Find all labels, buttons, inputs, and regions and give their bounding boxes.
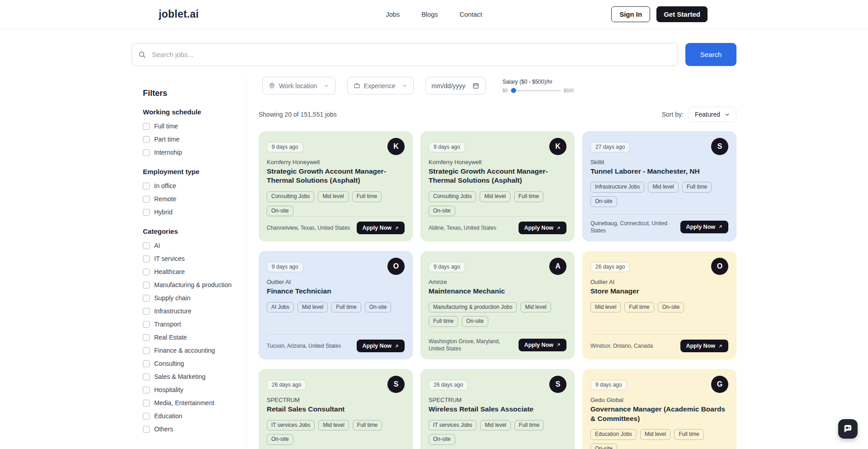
filter-option-infrastructure[interactable]: Infrastructure	[143, 307, 246, 315]
filter-option-supply-chain[interactable]: Supply chain	[143, 294, 246, 302]
checkbox-consulting[interactable]	[143, 360, 150, 367]
apply-now-button[interactable]: Apply Now	[357, 340, 405, 352]
apply-now-button[interactable]: Apply Now	[519, 339, 566, 351]
apply-now-button[interactable]: Apply Now	[519, 222, 566, 234]
checkbox-supply-chain[interactable]	[143, 295, 150, 302]
tag-row: Consulting JobsMid levelFull timeOn-site	[429, 191, 566, 216]
checkbox-full-time[interactable]	[143, 123, 150, 130]
tag-mid-level: Mid level	[297, 302, 328, 313]
checkbox-remote[interactable]	[143, 196, 150, 203]
checkbox-part-time[interactable]	[143, 136, 150, 143]
job-card: 27 days agoSSkillitTunnel Laborer - Manc…	[582, 131, 736, 241]
nav-blogs[interactable]: Blogs	[421, 11, 438, 18]
apply-now-button[interactable]: Apply Now	[680, 340, 728, 352]
filter-group-categories: CategoriesAIIT servicesHealthcareManufac…	[143, 227, 246, 433]
apply-now-button[interactable]: Apply Now	[357, 222, 405, 234]
filter-option-label: Full time	[154, 123, 178, 130]
filter-group-title: Employment type	[143, 168, 246, 175]
tag-mid-level: Mid level	[520, 302, 551, 313]
external-link-icon	[394, 226, 399, 231]
checkbox-healthcare[interactable]	[143, 269, 150, 275]
experience-select[interactable]: Experience	[347, 77, 414, 95]
filter-option-transport[interactable]: Transport	[143, 321, 246, 328]
tag-it-services-jobs: IT services Jobs	[429, 420, 476, 431]
search-button[interactable]: Search	[685, 43, 736, 66]
company-avatar: K	[387, 138, 405, 155]
filter-option-part-time[interactable]: Part time	[143, 136, 246, 143]
filter-option-others[interactable]: Others	[143, 425, 246, 433]
filter-option-real-estate[interactable]: Real Estate	[143, 334, 246, 341]
checkbox-media-entertainment[interactable]	[143, 400, 150, 406]
checkbox-real-estate[interactable]	[143, 334, 150, 341]
filter-option-education[interactable]: Education	[143, 412, 246, 420]
tag-on-site: On-site	[267, 434, 293, 445]
nav-contact[interactable]: Contact	[459, 11, 482, 18]
filter-option-ai[interactable]: AI	[143, 242, 246, 249]
sign-in-button[interactable]: Sign In	[611, 6, 650, 22]
checkbox-others[interactable]	[143, 426, 150, 433]
checkbox-infrastructure[interactable]	[143, 308, 150, 315]
checkbox-finance-accounting[interactable]	[143, 347, 150, 354]
company-name: Kornferry Honeywell	[429, 159, 566, 165]
tag-row: Education JobsMid levelFull timeOn-site	[590, 429, 728, 449]
card-foot: Windsor, Ontario, CanadaApply Now	[590, 334, 728, 352]
search-input[interactable]	[132, 43, 678, 66]
posted-badge: 26 days ago	[267, 380, 306, 390]
checkbox-manufacturing-production[interactable]	[143, 282, 150, 288]
filter-option-hospitality[interactable]: Hospitality	[143, 386, 246, 393]
filters-title: Filters	[143, 89, 246, 98]
salary-slider-handle[interactable]	[511, 88, 516, 93]
checkbox-sales-marketing[interactable]	[143, 373, 150, 380]
filter-option-finance-accounting[interactable]: Finance & accounting	[143, 347, 246, 354]
filter-option-manufacturing-production[interactable]: Manufacturing & production	[143, 281, 246, 288]
filter-option-full-time[interactable]: Full time	[143, 123, 246, 130]
sort-select[interactable]: Featured	[689, 107, 736, 122]
tag-row: Mid levelFull timeOn-site	[590, 302, 728, 313]
logo[interactable]: joblet.ai	[159, 8, 199, 20]
checkbox-transport[interactable]	[143, 321, 150, 328]
filter-group-title: Working schedule	[143, 108, 246, 116]
filter-option-remote[interactable]: Remote	[143, 195, 246, 203]
tag-manufacturing-production-jobs: Manufacturing & production Jobs	[429, 302, 517, 313]
filter-option-label: Healthcare	[154, 268, 185, 275]
company-avatar: A	[549, 258, 566, 275]
filter-option-internship[interactable]: Internship	[143, 149, 246, 156]
salary-slider[interactable]	[510, 90, 561, 91]
checkbox-it-services[interactable]	[143, 255, 150, 262]
external-link-icon	[556, 342, 561, 347]
checkbox-in-office[interactable]	[143, 183, 150, 189]
chat-widget-button[interactable]	[838, 419, 858, 439]
filter-option-consulting[interactable]: Consulting	[143, 360, 246, 367]
tag-full-time: Full time	[624, 302, 654, 313]
checkbox-hybrid[interactable]	[143, 209, 150, 216]
filter-option-healthcare[interactable]: Healthcare	[143, 268, 246, 275]
card-head: 9 days agoK	[267, 138, 405, 155]
company-name: SPECTRUM	[267, 397, 405, 403]
filter-group-employment-type: Employment typeIn officeRemoteHybrid	[143, 168, 246, 216]
tag-on-site: On-site	[429, 434, 455, 445]
filter-option-label: Others	[154, 425, 173, 433]
sort-by-label: Sort by:	[662, 111, 684, 118]
filter-option-it-services[interactable]: IT services	[143, 255, 246, 262]
work-location-select[interactable]: Work location	[262, 77, 335, 95]
experience-label: Experience	[364, 82, 396, 90]
checkbox-hospitality[interactable]	[143, 387, 150, 393]
checkbox-internship[interactable]	[143, 149, 150, 156]
filter-option-hybrid[interactable]: Hybrid	[143, 208, 246, 216]
checkbox-education[interactable]	[143, 413, 150, 420]
nav-jobs[interactable]: Jobs	[386, 11, 400, 18]
posted-badge: 9 days ago	[429, 262, 465, 272]
card-head: 9 days agoA	[429, 258, 566, 275]
job-location: Washington Grove, Maryland, United State…	[429, 338, 514, 352]
filter-option-in-office[interactable]: In office	[143, 182, 246, 189]
checkbox-ai[interactable]	[143, 242, 150, 249]
tag-ai-jobs: AI Jobs	[267, 302, 294, 313]
filter-option-media-entertainment[interactable]: Media, Entertainment	[143, 399, 246, 406]
date-input[interactable]: mm/dd/yyyy	[425, 77, 486, 95]
filter-option-label: Hospitality	[154, 386, 184, 393]
apply-now-button[interactable]: Apply Now	[680, 221, 728, 233]
get-started-button[interactable]: Get Started	[656, 6, 708, 22]
filter-option-sales-marketing[interactable]: Sales & Marketing	[143, 373, 246, 380]
job-title: Finance Technician	[267, 287, 405, 296]
job-title: Wireless Retail Sales Associate	[429, 405, 566, 414]
